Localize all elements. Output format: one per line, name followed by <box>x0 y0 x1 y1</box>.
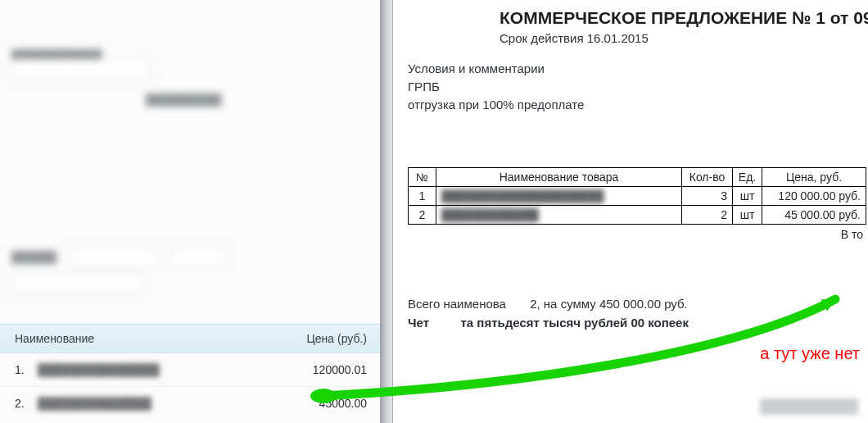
blurred-controls-area: ████████████ ██████████ ██████ <box>0 0 380 316</box>
cond-header: Условия и комментарии <box>408 60 868 78</box>
row-name: ███████████████ <box>38 363 160 376</box>
pane-divider[interactable] <box>380 0 393 423</box>
annotation-text: а тут уже нет <box>760 344 860 363</box>
doc-subtitle: Срок действия 16.01.2015 <box>500 31 868 45</box>
th-qty: Кол-во <box>682 168 733 187</box>
table-row: 2 ████████████ 2 шт 45 000.00 руб. <box>409 206 866 225</box>
th-num: № <box>409 168 436 187</box>
cell-num: 2 <box>409 206 436 225</box>
row-price: 120000.01 <box>293 363 367 376</box>
cell-unit: шт <box>733 187 762 206</box>
doc-title: КОММЕРЧЕСКОЕ ПРЕДЛОЖЕНИЕ № 1 от 09 <box>500 8 868 28</box>
cell-name: ████████████████████ <box>441 189 604 202</box>
cell-price: 45 000.00 руб. <box>762 206 866 225</box>
cell-unit: шт <box>733 206 762 225</box>
totals-line2: Четыреста пятьдесят тысяч рублей 00 копе… <box>408 314 868 333</box>
cell-num: 1 <box>409 187 436 206</box>
cell-name: ████████████ <box>441 208 539 221</box>
price-list-header: Наименование Цена (руб.) <box>0 324 380 353</box>
price-list: Наименование Цена (руб.) 1. ████████████… <box>0 324 380 420</box>
table-footer-text: В то <box>393 228 866 241</box>
col-price: Цена (руб.) <box>306 332 367 345</box>
list-item[interactable]: 1. ███████████████ 120000.01 <box>0 353 380 387</box>
signature-placeholder <box>760 398 858 415</box>
cond-line1: ГРПБ <box>408 78 868 96</box>
row-price: 45000.00 <box>293 397 367 410</box>
cond-line2: отгрузка при 100% предоплате <box>408 96 868 114</box>
th-price: Цена, руб. <box>762 168 866 187</box>
th-unit: Ед. <box>733 168 762 187</box>
col-name: Наименование <box>15 332 94 345</box>
totals-line1: Всего наименований 2, на сумму 450 000.0… <box>408 295 868 314</box>
list-item[interactable]: 2. ██████████████ 45000.00 <box>0 387 380 420</box>
items-table: № Наименование товара Кол-во Ед. Цена, р… <box>408 167 866 225</box>
document-preview: КОММЕРЧЕСКОЕ ПРЕДЛОЖЕНИЕ № 1 от 09 Срок … <box>393 0 868 423</box>
conditions-block: Условия и комментарии ГРПБ отгрузка при … <box>408 60 868 113</box>
row-index: 1. <box>15 363 28 376</box>
th-name: Наименование товара <box>436 168 682 187</box>
row-index: 2. <box>15 397 28 410</box>
left-pane: ████████████ ██████████ ██████ Наименова… <box>0 0 380 423</box>
cell-qty: 3 <box>682 187 733 206</box>
totals-block: Всего наименований 2, на сумму 450 000.0… <box>408 295 868 332</box>
cell-qty: 2 <box>682 206 733 225</box>
cell-price: 120 000.00 руб. <box>762 187 866 206</box>
row-name: ██████████████ <box>38 397 151 410</box>
table-row: 1 ████████████████████ 3 шт 120 000.00 р… <box>409 187 866 206</box>
